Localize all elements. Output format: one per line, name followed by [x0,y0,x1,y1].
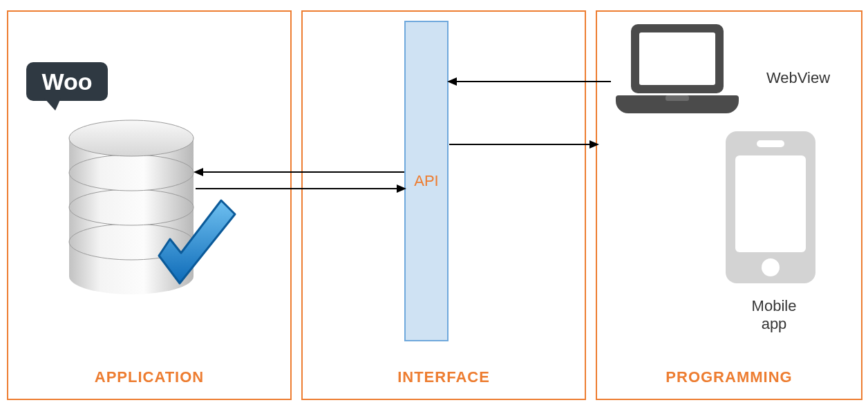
svg-rect-10 [639,32,715,85]
svg-point-5 [69,189,194,225]
panel-application-label: APPLICATION [8,368,290,386]
mobile-app-label: Mobile app [739,297,809,334]
svg-marker-1 [44,98,61,111]
panel-interface-label: INTERFACE [303,368,585,386]
arrow-api-to-db [194,163,406,181]
svg-rect-13 [735,155,806,252]
svg-marker-19 [397,184,406,193]
woo-text: Woo [41,68,92,95]
database-check-icon [62,117,242,314]
mobile-icon [719,128,822,290]
svg-rect-14 [757,140,784,147]
arrow-db-to-api [194,180,406,198]
webview-label: WebView [753,69,843,87]
svg-rect-11 [666,95,689,101]
arrow-laptop-to-api [447,73,613,91]
svg-point-15 [762,258,780,276]
svg-marker-23 [589,140,599,149]
laptop-icon [612,21,743,127]
api-label: API [414,172,438,190]
panel-programming-label: PROGRAMMING [597,368,861,386]
woo-badge: Woo [26,62,109,116]
arrow-api-to-clients [447,135,599,153]
svg-point-7 [69,120,194,156]
svg-point-6 [69,155,194,191]
svg-marker-17 [194,168,203,176]
svg-marker-21 [447,77,457,86]
api-block: API [404,21,449,341]
